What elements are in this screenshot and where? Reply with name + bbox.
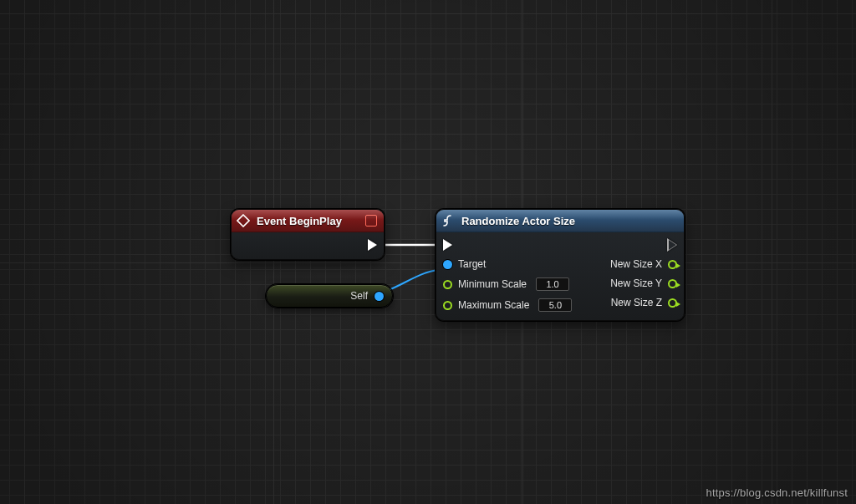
maximum-scale-pin[interactable]: Maximum Scale 5.0 [443, 298, 572, 312]
pin-label: Target [458, 258, 486, 270]
exec-out-pin[interactable] [368, 239, 377, 251]
new-size-x-pin[interactable]: New Size X [610, 258, 677, 270]
blueprint-graph-viewport[interactable]: Event BeginPlay Randomize Actor Size [0, 0, 856, 504]
node-header[interactable]: Randomize Actor Size [436, 210, 684, 232]
node-title: Event BeginPlay [257, 215, 359, 227]
event-icon [237, 214, 250, 227]
target-pin[interactable]: Target [443, 258, 486, 270]
wires-layer [0, 0, 856, 504]
pin-label: Minimum Scale [458, 278, 527, 290]
exec-out-pin[interactable] [668, 239, 677, 251]
pin-label: New Size Z [611, 297, 662, 308]
function-icon [441, 214, 455, 227]
pin-label: New Size X [610, 258, 662, 270]
delegate-box-icon[interactable] [365, 215, 377, 227]
new-size-z-pin[interactable]: New Size Z [611, 297, 677, 308]
node-header[interactable]: Event BeginPlay [232, 210, 384, 232]
self-output-pin[interactable] [374, 292, 384, 301]
pin-label: Maximum Scale [458, 299, 529, 311]
exec-in-pin[interactable] [443, 239, 452, 251]
self-label: Self [350, 290, 368, 302]
minimum-scale-field[interactable]: 1.0 [536, 277, 569, 291]
watermark-text: https://blog.csdn.net/killfunst [706, 486, 848, 499]
minimum-scale-pin[interactable]: Minimum Scale 1.0 [443, 277, 569, 291]
node-event-beginplay[interactable]: Event BeginPlay [231, 209, 385, 260]
node-title: Randomize Actor Size [461, 215, 677, 227]
new-size-y-pin[interactable]: New Size Y [610, 277, 677, 289]
pin-label: New Size Y [610, 277, 662, 289]
self-reference-node[interactable]: Self [266, 284, 393, 308]
maximum-scale-field[interactable]: 5.0 [538, 298, 572, 312]
node-randomize-actor-size[interactable]: Randomize Actor Size Target Minimum Scal… [436, 209, 685, 321]
